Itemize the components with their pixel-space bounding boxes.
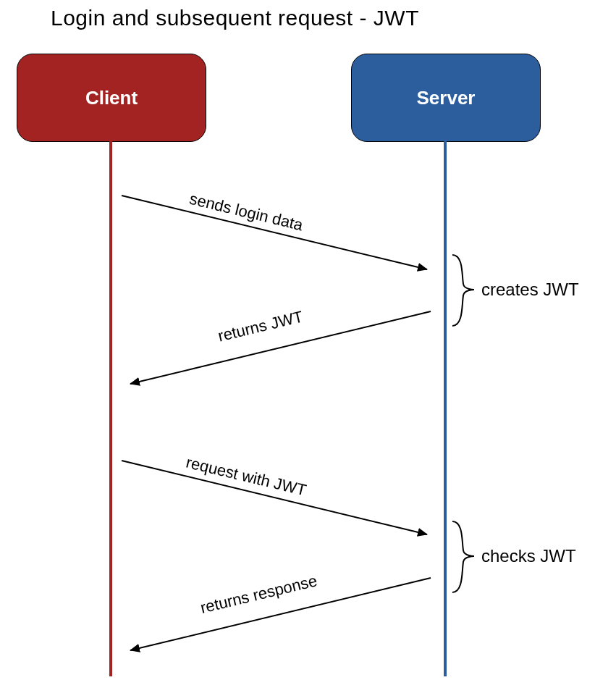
- diagram-title: Login and subsequent request - JWT: [51, 6, 419, 30]
- message-label-m1: sends login data: [187, 190, 305, 235]
- message-label-m2: returns JWT: [216, 307, 305, 345]
- lifeline-server: [444, 140, 447, 676]
- sequence-diagram: { "title": "Login and subsequent request…: [0, 0, 616, 680]
- actor-client: Client: [17, 54, 206, 142]
- brace-n1: [452, 255, 474, 326]
- message-label-m3: request with JWT: [184, 453, 308, 500]
- message-label-m4: returns response: [198, 571, 319, 618]
- actor-client-label: Client: [85, 87, 138, 109]
- note-label-n2: checks JWT: [481, 546, 576, 566]
- actor-server: Server: [351, 54, 541, 142]
- message-arrow-m1: [122, 196, 427, 269]
- lifeline-client: [109, 140, 112, 676]
- actor-server-label: Server: [417, 87, 476, 109]
- brace-n2: [452, 521, 474, 592]
- note-label-n1: creates JWT: [481, 280, 579, 300]
- message-arrow-m3: [122, 461, 427, 534]
